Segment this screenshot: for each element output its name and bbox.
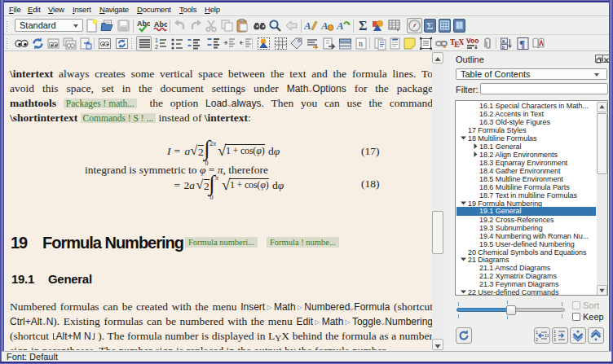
svg-text:Voo: Voo	[466, 37, 478, 45]
svg-text:11: 11	[545, 333, 549, 338]
svg-text:A: A	[321, 20, 329, 32]
svg-text:Abc: Abc	[154, 20, 167, 29]
svg-text:2: 2	[155, 44, 158, 50]
svg-text:X: X	[458, 38, 464, 46]
svg-text:3: 3	[553, 337, 556, 342]
svg-text:Abc: Abc	[137, 20, 150, 28]
svg-text:2: 2	[536, 337, 538, 342]
svg-text:1: 1	[155, 37, 158, 43]
svg-text:A: A	[304, 20, 311, 32]
svg-text:1: 1	[536, 330, 538, 335]
svg-text:¶: ¶	[519, 37, 525, 50]
svg-text:A: A	[337, 20, 344, 32]
svg-text:Σ: Σ	[359, 19, 367, 33]
svg-text:n: n	[359, 39, 363, 48]
svg-text:Σ: Σ	[426, 20, 434, 32]
